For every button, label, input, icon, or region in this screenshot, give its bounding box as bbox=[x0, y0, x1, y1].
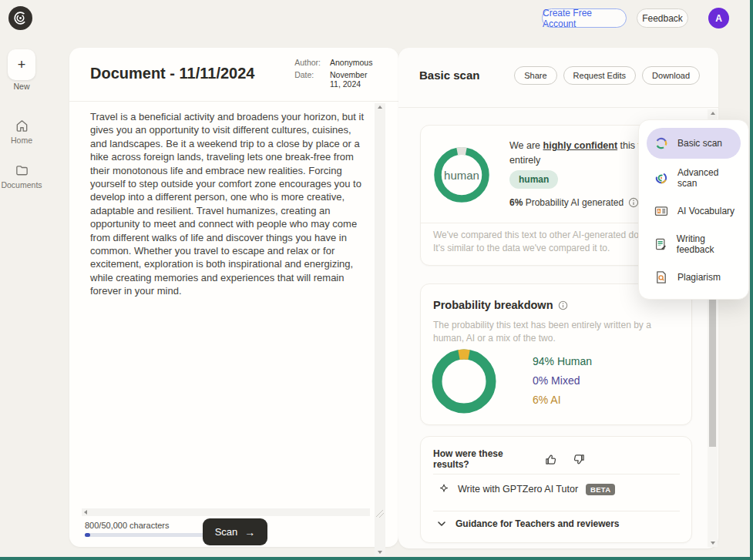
thumbs-up-icon[interactable] bbox=[544, 452, 559, 467]
info-icon[interactable] bbox=[558, 300, 568, 310]
divider bbox=[433, 511, 680, 511]
character-count: 800/50,000 characters bbox=[85, 521, 169, 530]
results-scrollbar-thumb[interactable] bbox=[709, 293, 716, 447]
sparkle-icon bbox=[438, 483, 450, 495]
folder-icon bbox=[15, 163, 29, 178]
sidebar-home-label[interactable]: Home bbox=[0, 136, 43, 145]
svg-text:A: A bbox=[657, 208, 661, 213]
document-horizontal-scrollbar[interactable] bbox=[82, 508, 370, 516]
beta-badge: BETA bbox=[586, 484, 615, 495]
divider bbox=[433, 474, 680, 474]
basic-scan-icon bbox=[654, 136, 668, 150]
create-free-account-button[interactable]: Create Free Account bbox=[542, 8, 627, 28]
menu-item-ai-vocabulary[interactable]: A AI Vocabulary bbox=[647, 194, 741, 227]
menu-item-advanced-scan[interactable]: Advanced scan bbox=[647, 161, 741, 194]
plus-icon: + bbox=[18, 57, 26, 73]
document-panel: Document - 11/11/2024 Author: Anonymous … bbox=[69, 48, 398, 547]
document-text-area[interactable]: Travel is a beneficial activity and broa… bbox=[90, 110, 369, 298]
window-edge-bottom bbox=[0, 557, 753, 560]
results-actions: Share Request Edits Download bbox=[514, 66, 700, 85]
sidebar-item-documents[interactable] bbox=[15, 163, 29, 181]
legend-item-ai: 6% AI bbox=[533, 391, 592, 410]
menu-label: Basic scan bbox=[677, 138, 722, 149]
request-edits-button[interactable]: Request Edits bbox=[563, 66, 636, 85]
gptzero-logo-icon[interactable] bbox=[8, 6, 32, 30]
date-value: November 11, 2024 bbox=[330, 70, 379, 89]
sidebar-item-home[interactable] bbox=[15, 119, 29, 136]
document-header: Document - 11/11/2024 Author: Anonymous … bbox=[69, 48, 398, 102]
document-meta: Author: Anonymous Date: November 11, 202… bbox=[294, 58, 379, 89]
author-label: Author: bbox=[294, 58, 321, 67]
breakdown-title: Probability breakdown bbox=[433, 299, 553, 311]
feedback-question: How were these results? bbox=[433, 448, 532, 470]
ai-tutor-row[interactable]: Write with GPTZero AI Tutor BETA bbox=[438, 483, 615, 495]
document-vertical-scrollbar[interactable] bbox=[375, 103, 385, 556]
logo-spiral-icon bbox=[12, 10, 29, 26]
breakdown-legend: 94% Human 0% Mixed 6% AI bbox=[533, 352, 592, 410]
human-badge: human bbox=[509, 170, 558, 189]
guidance-row[interactable]: Guidance for Teachers and reviewers bbox=[436, 518, 620, 529]
results-header: Basic scan Share Request Edits Download bbox=[398, 48, 718, 108]
menu-label: Advanced scan bbox=[677, 167, 741, 189]
avatar[interactable]: A bbox=[708, 8, 729, 29]
download-button[interactable]: Download bbox=[642, 66, 700, 85]
results-footer-card: How were these results? Write with G bbox=[420, 436, 692, 543]
home-icon bbox=[15, 119, 29, 133]
menu-label: Plagiarism bbox=[677, 272, 721, 283]
legend-item-mixed: 0% Mixed bbox=[533, 371, 592, 391]
chevron-down-icon bbox=[436, 518, 447, 529]
thumbs-down-icon[interactable] bbox=[571, 452, 586, 467]
advanced-scan-icon bbox=[654, 171, 668, 185]
scroll-up-arrow-icon[interactable] bbox=[711, 112, 715, 115]
arrow-right-icon: → bbox=[244, 526, 255, 538]
menu-item-basic-scan[interactable]: Basic scan bbox=[647, 128, 741, 159]
menu-label: AI Vocabulary bbox=[677, 206, 735, 216]
date-label: Date: bbox=[294, 70, 321, 89]
scan-type-menu: Basic scan Advanced scan A AI Vocabulary bbox=[638, 119, 749, 300]
window-edge-right bbox=[750, 0, 753, 560]
probability-breakdown-card: Probability breakdown The probability th… bbox=[420, 283, 692, 425]
character-progress-fill bbox=[85, 533, 90, 537]
writing-feedback-icon bbox=[654, 237, 667, 251]
scroll-down-arrow-icon[interactable] bbox=[711, 542, 715, 545]
verdict-donut-center-label: human bbox=[433, 146, 490, 203]
scroll-down-arrow-icon[interactable] bbox=[378, 551, 382, 554]
results-title: Basic scan bbox=[419, 69, 479, 82]
feedback-button[interactable]: Feedback bbox=[637, 8, 688, 28]
author-value: Anonymous bbox=[330, 58, 379, 67]
info-icon[interactable] bbox=[628, 197, 639, 208]
menu-label: Writing feedback bbox=[677, 233, 741, 255]
ai-vocabulary-icon: A bbox=[654, 204, 668, 218]
scroll-left-arrow-icon[interactable] bbox=[84, 510, 87, 515]
plagiarism-icon bbox=[654, 270, 668, 284]
breakdown-subtitle: The probability this text has been entir… bbox=[433, 319, 684, 345]
guidance-label: Guidance for Teachers and reviewers bbox=[455, 518, 620, 529]
share-button[interactable]: Share bbox=[514, 66, 556, 85]
legend-item-human: 94% Human bbox=[533, 352, 592, 371]
new-label: New bbox=[0, 82, 43, 91]
document-title[interactable]: Document - 11/11/2024 bbox=[90, 65, 254, 82]
ai-tutor-label: Write with GPTZero AI Tutor bbox=[458, 484, 578, 495]
scan-button[interactable]: Scan → bbox=[203, 518, 267, 545]
breakdown-donut-chart bbox=[430, 347, 498, 415]
ai-probability-line: 6% Probability AI generated bbox=[509, 197, 639, 208]
new-document-button[interactable]: + bbox=[8, 49, 35, 80]
menu-item-plagiarism[interactable]: Plagiarism bbox=[647, 260, 741, 293]
app-window: Create Free Account Feedback A + New Hom… bbox=[0, 0, 753, 560]
sidebar-documents-label[interactable]: Documents bbox=[0, 180, 43, 189]
resize-grip-icon[interactable] bbox=[376, 510, 384, 518]
scan-button-label: Scan bbox=[215, 526, 238, 538]
menu-item-writing-feedback[interactable]: Writing feedback bbox=[647, 227, 741, 260]
scroll-up-arrow-icon[interactable] bbox=[378, 106, 382, 109]
